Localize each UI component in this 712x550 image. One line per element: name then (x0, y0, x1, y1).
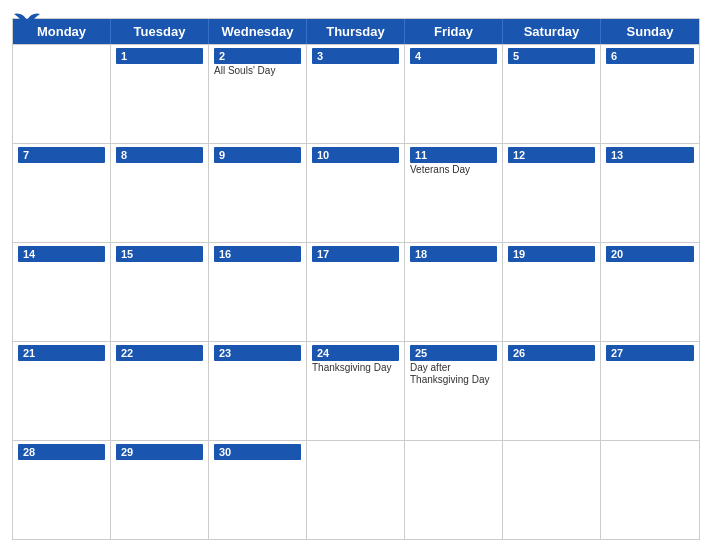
calendar-cell: 23 (209, 342, 307, 440)
calendar-cell: 26 (503, 342, 601, 440)
calendar-cell (601, 441, 699, 539)
calendar-cell: 21 (13, 342, 111, 440)
day-number: 8 (116, 147, 203, 163)
day-number: 25 (410, 345, 497, 361)
week-row-5: 282930 (13, 440, 699, 539)
calendar-cell: 15 (111, 243, 209, 341)
calendar-cell: 11Veterans Day (405, 144, 503, 242)
weekday-header-saturday: Saturday (503, 19, 601, 44)
calendar-cell: 29 (111, 441, 209, 539)
day-number: 20 (606, 246, 694, 262)
day-number: 16 (214, 246, 301, 262)
calendar-cell: 16 (209, 243, 307, 341)
weekday-header-thursday: Thursday (307, 19, 405, 44)
calendar-cell: 30 (209, 441, 307, 539)
day-number: 29 (116, 444, 203, 460)
day-number: 1 (116, 48, 203, 64)
calendar-cell: 5 (503, 45, 601, 143)
holiday-label: Veterans Day (410, 164, 497, 176)
calendar-cell: 6 (601, 45, 699, 143)
holiday-label: Thanksgiving Day (312, 362, 399, 374)
day-number: 22 (116, 345, 203, 361)
calendar-cell: 9 (209, 144, 307, 242)
week-row-4: 21222324Thanksgiving Day25Day after Than… (13, 341, 699, 440)
calendar-cell (405, 441, 503, 539)
day-number: 27 (606, 345, 694, 361)
day-number: 7 (18, 147, 105, 163)
calendar-cell: 7 (13, 144, 111, 242)
logo (12, 10, 46, 30)
weekday-header-tuesday: Tuesday (111, 19, 209, 44)
calendar-cell: 18 (405, 243, 503, 341)
day-number: 6 (606, 48, 694, 64)
day-number: 14 (18, 246, 105, 262)
calendar-grid: MondayTuesdayWednesdayThursdayFridaySatu… (12, 18, 700, 540)
calendar-cell: 19 (503, 243, 601, 341)
day-number: 30 (214, 444, 301, 460)
calendar-cell: 10 (307, 144, 405, 242)
day-number: 9 (214, 147, 301, 163)
calendar-body: 12All Souls' Day34567891011Veterans Day1… (13, 44, 699, 539)
calendar-cell: 20 (601, 243, 699, 341)
week-row-3: 14151617181920 (13, 242, 699, 341)
week-row-2: 7891011Veterans Day1213 (13, 143, 699, 242)
day-number: 15 (116, 246, 203, 262)
day-number: 4 (410, 48, 497, 64)
calendar-cell: 14 (13, 243, 111, 341)
calendar-page: MondayTuesdayWednesdayThursdayFridaySatu… (0, 0, 712, 550)
day-number: 13 (606, 147, 694, 163)
day-number: 18 (410, 246, 497, 262)
holiday-label: All Souls' Day (214, 65, 301, 77)
day-number: 11 (410, 147, 497, 163)
logo-bird-icon (12, 10, 42, 30)
calendar-cell: 2All Souls' Day (209, 45, 307, 143)
calendar-cell (307, 441, 405, 539)
calendar-cell (13, 45, 111, 143)
weekday-header-row: MondayTuesdayWednesdayThursdayFridaySatu… (13, 19, 699, 44)
calendar-cell: 28 (13, 441, 111, 539)
weekday-header-sunday: Sunday (601, 19, 699, 44)
calendar-cell: 8 (111, 144, 209, 242)
day-number: 28 (18, 444, 105, 460)
calendar-cell: 12 (503, 144, 601, 242)
calendar-cell (503, 441, 601, 539)
day-number: 19 (508, 246, 595, 262)
day-number: 17 (312, 246, 399, 262)
calendar-cell: 3 (307, 45, 405, 143)
day-number: 21 (18, 345, 105, 361)
holiday-label: Day after Thanksgiving Day (410, 362, 497, 386)
day-number: 10 (312, 147, 399, 163)
weekday-header-wednesday: Wednesday (209, 19, 307, 44)
weekday-header-friday: Friday (405, 19, 503, 44)
calendar-cell: 22 (111, 342, 209, 440)
calendar-cell: 24Thanksgiving Day (307, 342, 405, 440)
calendar-cell: 17 (307, 243, 405, 341)
calendar-cell: 13 (601, 144, 699, 242)
day-number: 23 (214, 345, 301, 361)
day-number: 24 (312, 345, 399, 361)
day-number: 26 (508, 345, 595, 361)
week-row-1: 12All Souls' Day3456 (13, 44, 699, 143)
calendar-cell: 4 (405, 45, 503, 143)
day-number: 3 (312, 48, 399, 64)
day-number: 2 (214, 48, 301, 64)
day-number: 12 (508, 147, 595, 163)
calendar-cell: 25Day after Thanksgiving Day (405, 342, 503, 440)
calendar-cell: 27 (601, 342, 699, 440)
day-number: 5 (508, 48, 595, 64)
calendar-cell: 1 (111, 45, 209, 143)
